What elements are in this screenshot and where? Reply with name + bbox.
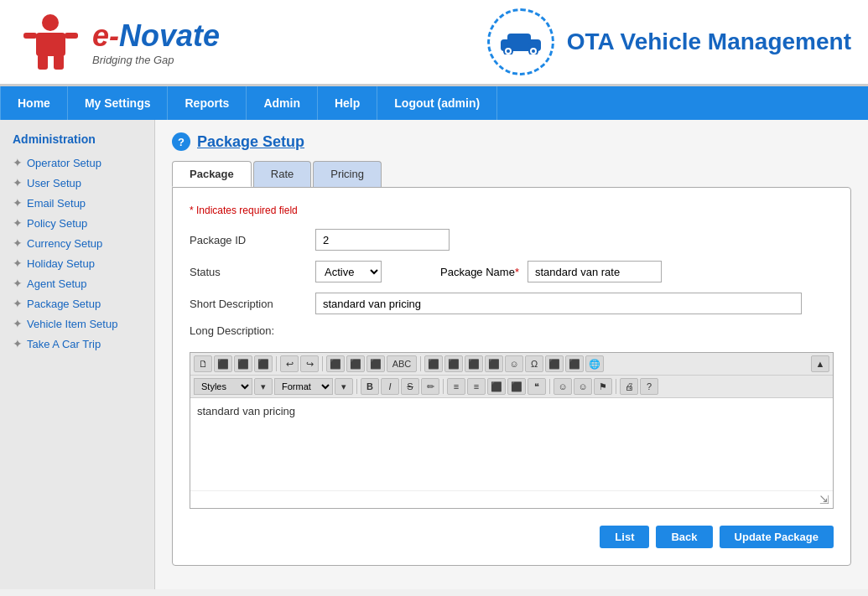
tb-indent-less[interactable]: ⬛	[487, 378, 506, 395]
sidebar-item-currency-setup[interactable]: ✦ Currency Setup	[0, 233, 154, 253]
logo-left: e-Novate Bridging the Gap	[17, 8, 220, 75]
package-name-required: *	[515, 266, 519, 278]
sidebar-item-user-setup[interactable]: ✦ User Setup	[0, 173, 154, 193]
sidebar-item-operator-setup[interactable]: ✦ Operator Setup	[0, 153, 154, 173]
nav-logout[interactable]: Logout (admin)	[377, 86, 497, 120]
bullet-icon: ✦	[13, 277, 23, 290]
tb-bold[interactable]: B	[361, 378, 379, 395]
styles-dropdown[interactable]: ▾	[254, 378, 273, 395]
layout: Administration ✦ Operator Setup ✦ User S…	[0, 120, 868, 589]
tb-flag[interactable]: ⚑	[594, 378, 612, 395]
toolbar-separator	[420, 356, 421, 371]
page-title-row: ? Package Setup	[172, 132, 851, 151]
format-dropdown[interactable]: ▾	[335, 378, 353, 395]
tb-btn-spell[interactable]: ABC	[387, 355, 417, 372]
tb-btn-16[interactable]: 🌐	[585, 355, 604, 372]
tb-btn-11[interactable]: ⬛	[485, 355, 503, 372]
package-name-label: Package Name*	[440, 266, 519, 278]
sidebar-item-policy-setup[interactable]: ✦ Policy Setup	[0, 213, 154, 233]
tb-btn-undo[interactable]: ↩	[280, 355, 299, 372]
tb-btn-6[interactable]: ⬛	[346, 355, 365, 372]
tb-btn-2[interactable]: ⬛	[214, 355, 232, 372]
rich-text-editor: 🗋 ⬛ ⬛ ⬛ ↩ ↪ ⬛ ⬛ ⬛ ABC ⬛ ⬛ ⬛ ⬛	[190, 352, 834, 509]
tb-blockquote[interactable]: ❝	[528, 378, 546, 395]
resize-handle-icon[interactable]: ⇲	[816, 491, 833, 508]
nav-bar: Home My Settings Reports Admin Help Logo…	[0, 86, 868, 120]
update-package-button[interactable]: Update Package	[720, 526, 834, 548]
tb-btn-5[interactable]: ⬛	[326, 355, 345, 372]
tab-pricing[interactable]: Pricing	[313, 161, 382, 187]
main-content: ? Package Setup Package Rate Pricing * I…	[155, 120, 868, 589]
editor-toolbar-row2: Styles ▾ Format ▾ B I S ✏ ≡ ≡ ⬛ ⬛	[190, 376, 833, 398]
logo-text: e-Novate Bridging the Gap	[92, 18, 220, 66]
status-select[interactable]: Active Inactive	[315, 261, 382, 282]
logo-name: e-Novate	[92, 18, 220, 54]
long-desc-row: Long Description:	[190, 324, 834, 342]
svg-rect-5	[54, 54, 64, 70]
tb-btn-8[interactable]: ⬛	[424, 355, 443, 372]
bullet-icon: ✦	[13, 257, 23, 270]
tb-btn-10[interactable]: ⬛	[465, 355, 483, 372]
form-footer: List Back Update Package	[190, 526, 834, 548]
tb-btn-redo[interactable]: ↪	[300, 355, 319, 372]
svg-rect-1	[36, 33, 65, 56]
tb-strikethrough[interactable]: S	[401, 378, 419, 395]
tab-package[interactable]: Package	[172, 161, 252, 187]
svg-rect-2	[23, 33, 37, 39]
tab-rate[interactable]: Rate	[253, 161, 311, 187]
sidebar-item-package-setup[interactable]: ✦ Package Setup	[0, 293, 154, 314]
sidebar-item-agent-setup[interactable]: ✦ Agent Setup	[0, 273, 154, 293]
package-id-row: Package ID	[190, 229, 834, 251]
tb-btn-1[interactable]: 🗋	[194, 355, 212, 372]
toolbar-separator	[549, 379, 550, 394]
tb-btn-14[interactable]: ⬛	[545, 355, 564, 372]
sidebar-item-take-a-car-trip[interactable]: ✦ Take A Car Trip	[0, 334, 154, 354]
tb-btn-12[interactable]: ☺	[505, 355, 523, 372]
short-desc-input[interactable]	[315, 293, 802, 314]
help-icon[interactable]: ?	[172, 132, 190, 151]
sidebar-item-vehicle-item-setup[interactable]: ✦ Vehicle Item Setup	[0, 314, 154, 334]
status-row: Status Active Inactive Package Name*	[190, 261, 834, 282]
tb-indent-more[interactable]: ⬛	[507, 378, 526, 395]
svg-rect-3	[65, 33, 78, 39]
package-id-input[interactable]	[315, 229, 450, 251]
tb-italic[interactable]: I	[381, 378, 399, 395]
tb-ol[interactable]: ≡	[447, 378, 465, 395]
tb-btn-4[interactable]: ⬛	[254, 355, 273, 372]
tb-btn-13[interactable]: Ω	[525, 355, 543, 372]
bullet-icon: ✦	[13, 176, 23, 189]
styles-select[interactable]: Styles	[194, 378, 252, 395]
tb-print[interactable]: 🖨	[620, 378, 638, 395]
tb-btn-7[interactable]: ⬛	[366, 355, 385, 372]
sidebar-item-email-setup[interactable]: ✦ Email Setup	[0, 193, 154, 213]
sidebar-item-holiday-setup[interactable]: ✦ Holiday Setup	[0, 253, 154, 273]
tb-btn-9[interactable]: ⬛	[444, 355, 463, 372]
tb-btn-15[interactable]: ⬛	[565, 355, 584, 372]
svg-point-11	[532, 49, 535, 53]
list-button[interactable]: List	[600, 526, 649, 548]
nav-home[interactable]: Home	[0, 86, 68, 120]
package-name-input[interactable]	[528, 261, 662, 282]
tb-img[interactable]: ☺	[574, 378, 592, 395]
form-panel: * Indicates required field Package ID St…	[172, 187, 851, 566]
svg-point-0	[42, 14, 59, 31]
tb-btn-3[interactable]: ⬛	[234, 355, 252, 372]
back-button[interactable]: Back	[656, 526, 712, 548]
long-desc-editor[interactable]: standard van pricing	[190, 398, 833, 490]
tb-ul[interactable]: ≡	[467, 378, 486, 395]
package-id-label: Package ID	[190, 234, 307, 246]
format-select[interactable]: Format	[274, 378, 333, 395]
bullet-icon: ✦	[13, 317, 23, 330]
nav-my-settings[interactable]: My Settings	[68, 86, 169, 120]
tb-highlight[interactable]: ✏	[421, 378, 439, 395]
editor-resize-bar: ⇲	[190, 490, 833, 508]
nav-help[interactable]: Help	[318, 86, 377, 120]
nav-reports[interactable]: Reports	[168, 86, 247, 120]
tb-scrollbar[interactable]: ▲	[811, 355, 829, 372]
bullet-icon: ✦	[13, 297, 23, 310]
nav-admin[interactable]: Admin	[247, 86, 318, 120]
logo-tagline: Bridging the Gap	[92, 54, 220, 66]
tb-help[interactable]: ?	[640, 378, 658, 395]
sidebar-title: Administration	[0, 128, 154, 153]
tb-smiley[interactable]: ☺	[554, 378, 572, 395]
